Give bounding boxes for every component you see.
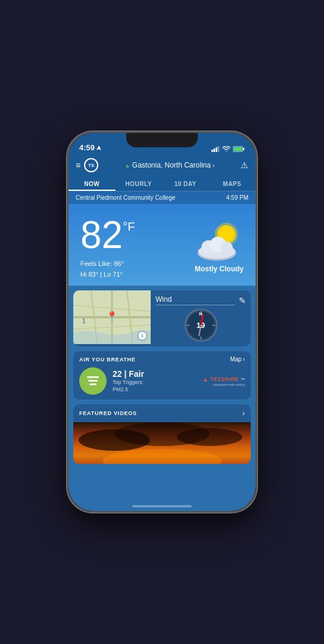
compass-ticks-icon [185, 309, 217, 342]
location-detail-bar: Central Piedmont Community College 4:59 … [68, 191, 256, 204]
air-quality-score: 22 | Fair [113, 369, 197, 379]
svg-point-41 [114, 422, 210, 446]
hi-lo: Hi 83° | Lo 71° [80, 270, 195, 280]
alert-triangle-icon[interactable]: ⚠ [241, 160, 248, 170]
status-icons [211, 146, 245, 152]
menu-icon[interactable]: ≡ [76, 160, 80, 170]
temperature-display: 82 °F [80, 216, 195, 254]
tezspire-triangle-icon: ▲ [202, 376, 208, 383]
tezspire-trademark: ™ [241, 377, 245, 382]
featured-videos-header: FEATURED VIDEOS › [73, 404, 251, 422]
temp-value: 82 [80, 216, 123, 254]
wind-data-section: Wind ✎ N [151, 290, 251, 346]
main-weather: Central Piedmont Community College 4:59 … [68, 191, 256, 286]
air-quality-triggers: Top Triggers: PM2.5 [113, 379, 197, 394]
air-quality-filter-icon [85, 373, 101, 389]
status-time: 4:59 [79, 143, 101, 152]
tezspire-name: TEZSPIRE [210, 376, 239, 382]
location-text: Gastonia, North Carolina [132, 161, 211, 169]
svg-rect-0 [211, 150, 213, 152]
air-quality-map-link[interactable]: Map › [230, 356, 245, 363]
wind-header: Wind ✎ [155, 295, 246, 305]
tab-10day[interactable]: 10 DAY [162, 177, 209, 191]
map-location-pin-icon: 📍 [106, 311, 118, 322]
svg-line-32 [201, 315, 203, 326]
current-time: 4:59 PM [226, 194, 248, 201]
wind-compass: N 19 [185, 309, 217, 342]
sun-rays-icon [195, 222, 243, 261]
video-thumbnail [73, 422, 251, 464]
phone-screen: 4:59 [68, 133, 256, 511]
svg-point-18 [220, 242, 232, 253]
map-thumbnail[interactable]: 1 📍 i [73, 290, 151, 344]
wifi-icon [222, 146, 230, 152]
tab-now[interactable]: NOW [68, 177, 116, 191]
weather-condition-icon [195, 222, 243, 261]
svg-rect-5 [243, 148, 244, 150]
air-quality-info: 22 | Fair Top Triggers: PM2.5 [113, 369, 197, 394]
weather-details: Feels Like: 86° Hi 83° | Lo 71° [80, 259, 195, 280]
app-logo[interactable]: TS [84, 158, 98, 172]
featured-videos-section[interactable]: FEATURED VIDEOS › [73, 404, 251, 464]
featured-videos-title: FEATURED VIDEOS [79, 410, 137, 416]
svg-line-33 [199, 326, 201, 336]
air-map-chevron-icon: › [243, 356, 245, 363]
air-quality-content: 22 | Fair Top Triggers: PM2.5 ▲ TEZSPIRE… [79, 367, 245, 395]
location-pin-icon: ▲ [124, 162, 130, 169]
temperature-section: 82 °F Feels Like: 86° Hi 83° | Lo 71° [80, 216, 195, 280]
location-chevron-icon: › [213, 162, 214, 169]
signal-icon [211, 146, 220, 152]
tezspire-subtitle: (tezepelumab-ekko) [213, 383, 245, 386]
wind-title: Wind [155, 295, 235, 305]
header-left: ≡ TS [76, 158, 98, 172]
tab-maps[interactable]: MAPS [209, 177, 256, 191]
weather-icon-section: Mostly Cloudy [195, 222, 244, 273]
location-arrow-icon [96, 145, 101, 150]
header-location[interactable]: ▲ Gastonia, North Carolina › [124, 161, 214, 169]
weather-main-display: 82 °F Feels Like: 86° Hi 83° | Lo 71° [68, 204, 256, 286]
wind-edit-icon[interactable]: ✎ [239, 296, 246, 305]
battery-icon [233, 146, 245, 152]
temp-unit: °F [123, 221, 135, 233]
sunset-clouds-icon [73, 422, 251, 464]
svg-text:1: 1 [82, 318, 86, 324]
air-quality-badge [79, 367, 107, 395]
svg-rect-6 [233, 147, 242, 151]
app-header: ≡ TS ▲ Gastonia, North Carolina › ⚠ [68, 154, 256, 177]
tezspire-brand: ▲ TEZSPIRE ™ (tezepelumab-ekko) [202, 376, 245, 386]
phone-frame: 4:59 [67, 131, 257, 513]
svg-rect-3 [218, 146, 220, 152]
svg-rect-34 [87, 376, 99, 378]
svg-rect-2 [216, 147, 217, 152]
air-quality-section: AIR YOU BREATHE Map › 22 [73, 351, 251, 400]
air-quality-header: AIR YOU BREATHE Map › [79, 356, 245, 363]
nav-tabs: NOW HOURLY 10 DAY MAPS [68, 177, 256, 191]
wind-map-section: 1 📍 i Wind ✎ N [73, 290, 251, 346]
air-map-label: Map [230, 356, 241, 363]
tab-hourly[interactable]: HOURLY [116, 177, 163, 191]
station-name: Central Piedmont Community College [76, 194, 175, 201]
feels-like: Feels Like: 86° [80, 259, 195, 270]
svg-rect-1 [214, 148, 216, 152]
featured-videos-chevron-icon: › [242, 409, 245, 417]
time-display: 4:59 [79, 143, 95, 152]
svg-rect-35 [88, 380, 98, 382]
weather-condition-text: Mostly Cloudy [195, 265, 244, 273]
air-quality-title: AIR YOU BREATHE [79, 357, 136, 363]
notch [126, 133, 198, 147]
svg-rect-36 [89, 383, 96, 385]
home-indicator[interactable] [132, 505, 192, 507]
